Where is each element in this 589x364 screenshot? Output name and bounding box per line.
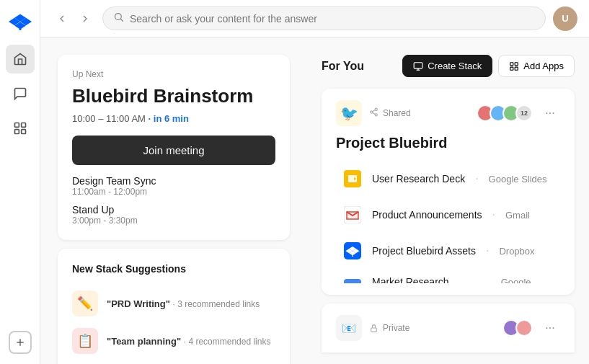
add-apps-label: Add Apps <box>523 61 564 71</box>
gmail-icon <box>342 204 363 226</box>
file-name-2: Project Bluebird Assets <box>372 245 476 257</box>
bottom-card-meta: Private <box>369 323 409 333</box>
stack-title: Project Bluebird <box>336 135 560 151</box>
stack-suggestions-card: New Stack Suggestions ✏️ "PRD Writing" ·… <box>58 249 290 364</box>
event-item-2: Stand Up 3:00pm - 3:30pm <box>72 204 275 226</box>
upcoming-events: Design Team Sync 11:00am - 12:00pm Stand… <box>72 175 275 226</box>
right-panel: For You Create Stack <box>307 37 589 364</box>
add-button[interactable] <box>9 331 32 354</box>
dropbox-icon <box>342 240 363 262</box>
suggestion-details-1: "PRD Writing" · 3 recommended links <box>107 298 260 309</box>
svg-point-7 <box>115 14 122 20</box>
suggestion-links-1: · 3 recommended links <box>173 299 260 309</box>
avatar-count: 12 <box>515 105 533 122</box>
svg-line-20 <box>373 110 376 112</box>
sidebar-item-home[interactable] <box>6 45 35 74</box>
slides-icon <box>342 168 363 190</box>
sidebar-item-chat[interactable] <box>6 79 35 108</box>
svg-rect-34 <box>371 327 377 331</box>
stack-card-header: 🐦 Shared <box>336 100 560 126</box>
file-item-0[interactable]: User Research Deck · Google Slides <box>336 161 560 196</box>
for-you-actions: Create Stack Add Apps <box>402 55 575 77</box>
suggestion-details-2: "Team planning" · 4 recommended links <box>107 336 270 347</box>
avatar-group: 12 <box>477 105 533 122</box>
search-icon <box>113 12 124 25</box>
content-area: Up Next Bluebird Brainstorm 10:00 – 11:0… <box>40 37 589 364</box>
suggestion-item-2[interactable]: 📋 "Team planning" · 4 recommended links <box>72 322 275 360</box>
search-bar[interactable] <box>102 6 546 30</box>
svg-line-8 <box>120 19 123 21</box>
file-name-1: Product Announcements <box>372 209 482 221</box>
create-stack-label: Create Stack <box>428 61 482 71</box>
svg-rect-2 <box>21 123 25 128</box>
meeting-urgency: · in 6 min <box>149 113 189 124</box>
suggestion-name-2: "Team planning" · 4 recommended links <box>107 336 270 347</box>
search-input[interactable] <box>130 13 535 25</box>
nav-buttons <box>52 9 95 29</box>
join-meeting-button[interactable]: Join meeting <box>72 136 275 165</box>
svg-rect-15 <box>515 67 518 70</box>
svg-rect-12 <box>510 62 513 65</box>
create-stack-button[interactable]: Create Stack <box>402 55 492 77</box>
bottom-avatar-2 <box>515 319 533 337</box>
bottom-more-button[interactable]: ··· <box>540 318 560 338</box>
event-name: Design Team Sync <box>72 175 275 187</box>
svg-point-17 <box>371 111 373 113</box>
for-you-title: For You <box>322 60 364 73</box>
private-icon <box>369 324 378 333</box>
event-name: Stand Up <box>72 204 275 216</box>
shared-icon <box>369 107 378 119</box>
file-item-2[interactable]: Project Bluebird Assets · Dropbox <box>336 234 560 268</box>
add-apps-button[interactable]: Add Apps <box>498 55 575 77</box>
svg-point-18 <box>375 114 377 116</box>
docs-icon <box>342 277 363 283</box>
up-next-card: Up Next Bluebird Brainstorm 10:00 – 11:0… <box>58 55 290 240</box>
svg-rect-4 <box>21 130 25 134</box>
bottom-card-label: Private <box>383 323 409 333</box>
suggestion-name-1: "PRD Writing" · 3 recommended links <box>107 298 260 309</box>
file-source-3: Google Docs <box>501 277 554 283</box>
file-source-2: Dropbox <box>499 246 534 257</box>
file-item-1[interactable]: Product Announcements · Gmail <box>336 197 560 232</box>
dropbox-logo[interactable] <box>9 10 32 33</box>
up-next-label: Up Next <box>72 69 275 79</box>
avatar[interactable]: U <box>553 6 577 31</box>
more-options-button[interactable]: ··· <box>540 103 560 123</box>
sidebar <box>0 0 40 364</box>
back-button[interactable] <box>52 9 72 29</box>
svg-rect-28 <box>344 279 361 283</box>
file-name-3: Market Research Paper <box>372 276 477 283</box>
svg-rect-9 <box>414 62 422 68</box>
sidebar-item-stacks[interactable] <box>6 114 35 143</box>
event-time: 11:00am - 12:00pm <box>72 187 275 197</box>
svg-line-19 <box>373 112 376 114</box>
svg-point-0 <box>19 28 21 30</box>
forward-button[interactable] <box>75 9 95 29</box>
stack-emoji: 🐦 <box>336 100 362 126</box>
left-panel: Up Next Bluebird Brainstorm 10:00 – 11:0… <box>40 37 307 364</box>
for-you-header: For You Create Stack <box>322 55 575 77</box>
svg-rect-14 <box>510 67 513 70</box>
suggestion-icon-1: ✏️ <box>72 290 98 316</box>
meeting-time: 10:00 – 11:00 AM · in 6 min <box>72 113 275 124</box>
suggestions-title: New Stack Suggestions <box>72 263 275 275</box>
bottom-card-emoji: 📧 <box>336 315 362 341</box>
file-item-3[interactable]: Market Research Paper · Google Docs <box>336 270 560 283</box>
svg-point-16 <box>375 108 377 110</box>
stack-card: 🐦 Shared <box>322 89 575 295</box>
svg-point-27 <box>352 255 353 257</box>
main-content: U Up Next Bluebird Brainstorm 10:00 – 11… <box>40 0 589 364</box>
suggestion-item-1[interactable]: ✏️ "PRD Writing" · 3 recommended links <box>72 285 275 322</box>
bottom-avatar-group <box>502 319 533 337</box>
event-item-1: Design Team Sync 11:00am - 12:00pm <box>72 175 275 197</box>
file-list: User Research Deck · Google Slides <box>336 161 560 283</box>
svg-rect-1 <box>14 123 19 128</box>
event-time: 3:00pm - 3:30pm <box>72 216 275 226</box>
suggestion-icon-2: 📋 <box>72 328 98 354</box>
shared-label: Shared <box>383 108 411 118</box>
file-name-0: User Research Deck <box>372 173 465 185</box>
svg-rect-3 <box>14 130 19 134</box>
svg-rect-13 <box>515 62 518 65</box>
file-source-0: Google Slides <box>489 174 547 185</box>
topbar: U <box>40 0 589 37</box>
